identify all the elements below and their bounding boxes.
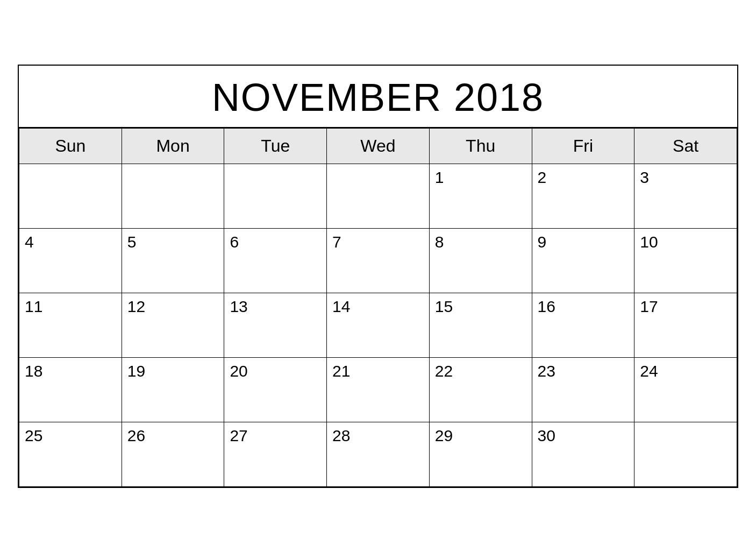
calendar-cell[interactable]: 28	[327, 422, 430, 486]
calendar-cell[interactable]: 18	[19, 357, 122, 422]
calendar-cell[interactable]: 23	[532, 357, 634, 422]
calendar-cell[interactable]	[224, 164, 327, 228]
calendar-cell[interactable]	[19, 164, 122, 228]
calendar-cell[interactable]: 24	[634, 357, 737, 422]
day-header-wed: Wed	[327, 128, 430, 164]
calendar-cell[interactable]: 14	[327, 293, 430, 357]
calendar-cell[interactable]: 1	[429, 164, 532, 228]
calendar-cell[interactable]: 22	[429, 357, 532, 422]
calendar-cell[interactable]: 10	[634, 228, 737, 293]
calendar-cell[interactable]: 25	[19, 422, 122, 486]
calendar-cell[interactable]: 9	[532, 228, 634, 293]
calendar-cell[interactable]: 29	[429, 422, 532, 486]
calendar-cell[interactable]: 8	[429, 228, 532, 293]
calendar-cell[interactable]: 16	[532, 293, 634, 357]
week-row-1: 123	[19, 164, 737, 228]
calendar-cell[interactable]: 7	[327, 228, 430, 293]
calendar-cell[interactable]: 13	[224, 293, 327, 357]
calendar-cell[interactable]: 30	[532, 422, 634, 486]
calendar-cell[interactable]: 20	[224, 357, 327, 422]
calendar-cell[interactable]: 4	[19, 228, 122, 293]
calendar-cell[interactable]: 11	[19, 293, 122, 357]
calendar-cell[interactable]	[122, 164, 224, 228]
calendar-grid: SunMonTueWedThuFriSat 123456789101112131…	[19, 128, 737, 487]
week-row-3: 11121314151617	[19, 293, 737, 357]
calendar-cell[interactable]: 5	[122, 228, 224, 293]
calendar-cell[interactable]: 12	[122, 293, 224, 357]
calendar-cell[interactable]: 21	[327, 357, 430, 422]
week-row-4: 18192021222324	[19, 357, 737, 422]
day-header-sun: Sun	[19, 128, 122, 164]
day-header-row: SunMonTueWedThuFriSat	[19, 128, 737, 164]
calendar: NOVEMBER 2018 SunMonTueWedThuFriSat 1234…	[18, 65, 738, 488]
calendar-title: NOVEMBER 2018	[19, 66, 737, 128]
calendar-cell[interactable]: 2	[532, 164, 634, 228]
calendar-cell[interactable]: 17	[634, 293, 737, 357]
calendar-cell[interactable]: 3	[634, 164, 737, 228]
calendar-cell[interactable]: 26	[122, 422, 224, 486]
calendar-cell[interactable]: 27	[224, 422, 327, 486]
calendar-cell[interactable]: 19	[122, 357, 224, 422]
day-header-fri: Fri	[532, 128, 634, 164]
day-header-mon: Mon	[122, 128, 224, 164]
calendar-cell[interactable]: 15	[429, 293, 532, 357]
day-header-sat: Sat	[634, 128, 737, 164]
calendar-cell[interactable]	[327, 164, 430, 228]
week-row-2: 45678910	[19, 228, 737, 293]
calendar-cell[interactable]	[634, 422, 737, 486]
calendar-cell[interactable]: 6	[224, 228, 327, 293]
day-header-tue: Tue	[224, 128, 327, 164]
week-row-5: 252627282930	[19, 422, 737, 486]
day-header-thu: Thu	[429, 128, 532, 164]
